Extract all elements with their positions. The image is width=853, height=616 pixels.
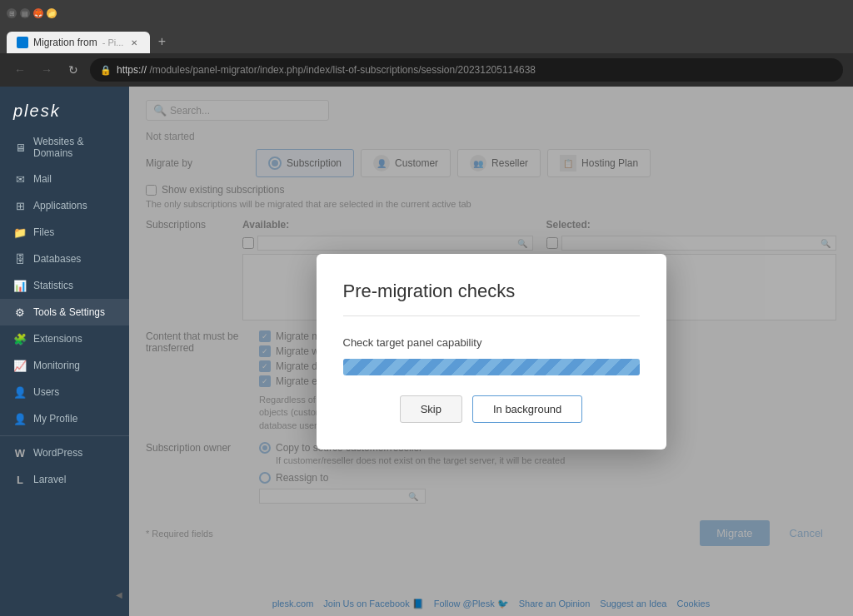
- sidebar-item-websites-domains[interactable]: 🖥 Websites & Domains: [0, 129, 129, 166]
- sidebar-item-applications[interactable]: ⊞ Applications: [0, 192, 129, 219]
- sidebar-item-label: Laravel: [33, 474, 66, 485]
- sidebar-item-label: My Profile: [33, 413, 77, 425]
- sidebar-item-databases[interactable]: 🗄 Databases: [0, 246, 129, 272]
- sidebar-item-label: Applications: [33, 200, 87, 211]
- sidebar-item-label: Users: [33, 386, 59, 398]
- sidebar-divider: [0, 435, 129, 436]
- reload-button[interactable]: ↻: [63, 60, 83, 80]
- sidebar-item-label: Databases: [33, 253, 81, 265]
- sidebar-item-my-profile[interactable]: 👤 My Profile: [0, 405, 129, 432]
- skip-button[interactable]: Skip: [400, 395, 462, 423]
- sidebar-item-extensions[interactable]: 🧩 Extensions: [0, 325, 129, 352]
- content-area: 🔍 Not started Migrate by Subscription: [129, 87, 853, 616]
- sidebar-logo: plesk: [0, 93, 129, 129]
- sidebar-item-files[interactable]: 📁 Files: [0, 219, 129, 246]
- my-profile-icon: 👤: [13, 412, 27, 425]
- sidebar-item-label: Tools & Settings: [33, 306, 105, 318]
- sidebar-item-statistics[interactable]: 📊 Statistics: [0, 272, 129, 299]
- sidebar-item-tools-settings[interactable]: ⚙ Tools & Settings: [0, 299, 129, 325]
- laravel-icon: L: [13, 473, 27, 486]
- modal-overlay: Pre-migration checks Check target panel …: [129, 87, 853, 616]
- sidebar-item-label: Websites & Domains: [33, 136, 116, 159]
- tab-label: Migration from: [33, 37, 97, 48]
- tab-bar: Migration from - Pi... ✕ +: [0, 27, 853, 53]
- modal-actions: Skip In background: [343, 395, 640, 423]
- page-background: 🔍 Not started Migrate by Subscription: [129, 87, 853, 616]
- files-icon: 📁: [13, 226, 27, 239]
- progress-bar-container: [343, 359, 640, 375]
- in-background-button[interactable]: In background: [472, 395, 582, 423]
- sidebar-item-label: Monitoring: [33, 360, 80, 371]
- modal-check-label: Check target panel capability: [343, 336, 640, 349]
- websites-domains-icon: 🖥: [13, 141, 27, 154]
- sidebar-item-mail[interactable]: ✉ Mail: [0, 166, 129, 192]
- browser-titlebar: ⊞ ▤ 🦊 📁: [0, 0, 853, 27]
- main-layout: plesk 🖥 Websites & Domains ✉ Mail ⊞ Appl…: [0, 87, 853, 616]
- sidebar-item-label: Statistics: [33, 280, 73, 291]
- modal-dialog: Pre-migration checks Check target panel …: [317, 254, 666, 450]
- databases-icon: 🗄: [13, 252, 27, 266]
- sidebar-item-label: WordPress: [33, 447, 82, 459]
- progress-bar-fill: [343, 359, 640, 375]
- sidebar-item-laravel[interactable]: L Laravel: [0, 466, 129, 493]
- forward-button[interactable]: →: [37, 60, 57, 80]
- window-controls: ⊞ ▤ 🦊 📁: [7, 8, 57, 18]
- tools-settings-icon: ⚙: [13, 306, 27, 319]
- back-button[interactable]: ←: [10, 60, 30, 80]
- tab-close-button[interactable]: ✕: [128, 37, 140, 48]
- statistics-icon: 📊: [13, 279, 27, 292]
- address-bar: ← → ↻ 🔒 https:// /modules/panel-migrator…: [0, 53, 853, 87]
- lock-icon: 🔒: [100, 65, 112, 76]
- browser-chrome: ⊞ ▤ 🦊 📁 Migration from - Pi... ✕ + ← → ↻…: [0, 0, 853, 87]
- sidebar-item-users[interactable]: 👤 Users: [0, 379, 129, 405]
- url-text: https:// /modules/panel-migrator/index.p…: [117, 64, 833, 76]
- active-tab[interactable]: Migration from - Pi... ✕: [7, 32, 150, 53]
- sidebar: plesk 🖥 Websites & Domains ✉ Mail ⊞ Appl…: [0, 87, 129, 616]
- extensions-icon: 🧩: [13, 332, 27, 345]
- tab-favicon: [17, 37, 28, 48]
- monitoring-icon: 📈: [13, 359, 27, 372]
- sidebar-item-label: Extensions: [33, 333, 82, 345]
- files-icon: 📁: [47, 8, 57, 18]
- mail-icon: ✉: [13, 172, 27, 186]
- sidebar-item-label: Files: [33, 226, 54, 238]
- wordpress-icon: W: [13, 446, 27, 460]
- sidebar-collapse-button[interactable]: ◀: [112, 587, 126, 603]
- modal-title: Pre-migration checks: [343, 281, 640, 316]
- users-icon: 👤: [13, 385, 27, 399]
- url-bar[interactable]: 🔒 https:// /modules/panel-migrator/index…: [90, 58, 843, 82]
- applications-icon: ⊞: [13, 199, 27, 212]
- taskbar-icon: ▤: [20, 8, 30, 18]
- new-tab-button[interactable]: +: [150, 30, 173, 53]
- sidebar-item-wordpress[interactable]: W WordPress: [0, 440, 129, 466]
- windows-icon: ⊞: [7, 8, 17, 18]
- tab-label-short: - Pi...: [102, 37, 124, 47]
- sidebar-item-monitoring[interactable]: 📈 Monitoring: [0, 352, 129, 379]
- sidebar-item-label: Mail: [33, 173, 52, 185]
- browser-icon: 🦊: [33, 8, 43, 18]
